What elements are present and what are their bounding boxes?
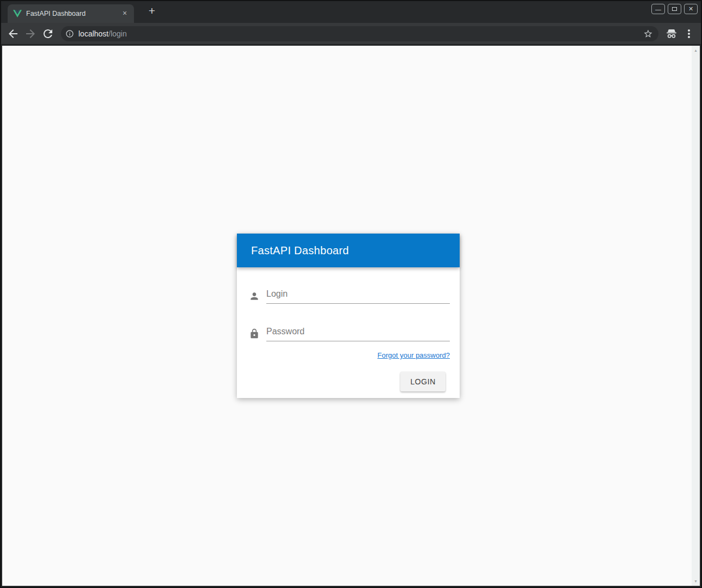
person-icon xyxy=(249,291,260,302)
back-arrow-icon[interactable] xyxy=(7,27,20,40)
maximize-button[interactable] xyxy=(668,4,681,14)
scroll-up-icon[interactable]: ▲ xyxy=(694,48,698,52)
window-controls: — ✕ xyxy=(651,4,698,14)
forgot-password-link[interactable]: Forgot your password? xyxy=(377,351,450,359)
minimize-button[interactable]: — xyxy=(651,4,665,14)
login-card-header: FastAPI Dashboard xyxy=(237,234,460,267)
login-input[interactable] xyxy=(266,286,450,304)
page-scrollbar[interactable]: ▲ ▼ xyxy=(692,46,700,586)
incognito-icon xyxy=(665,27,678,40)
kebab-menu-icon[interactable] xyxy=(682,27,695,40)
password-input[interactable] xyxy=(266,323,450,341)
browser-toolbar: localhost/login xyxy=(1,23,701,45)
tab-title: FastAPI Dashboard xyxy=(26,10,115,17)
card-actions: LOGIN xyxy=(249,372,450,391)
forgot-password-row: Forgot your password? xyxy=(249,350,450,360)
browser-tab[interactable]: FastAPI Dashboard × xyxy=(8,4,134,23)
address-bar[interactable]: localhost/login xyxy=(61,26,658,41)
maximize-icon xyxy=(672,7,677,11)
login-button[interactable]: LOGIN xyxy=(400,372,445,391)
browser-window: FastAPI Dashboard × + — ✕ localhost/logi… xyxy=(0,0,702,588)
url-text: localhost/login xyxy=(78,29,127,38)
login-card: FastAPI Dashboard Forgot your password? xyxy=(237,234,460,398)
login-card-title: FastAPI Dashboard xyxy=(251,244,349,257)
vue-logo-icon xyxy=(13,9,22,18)
tab-close-icon[interactable]: × xyxy=(120,9,130,19)
url-path: /login xyxy=(108,29,126,38)
close-button[interactable]: ✕ xyxy=(684,4,698,14)
site-info-icon[interactable] xyxy=(65,29,74,38)
scroll-down-icon[interactable]: ▼ xyxy=(694,579,698,583)
page-content: FastAPI Dashboard Forgot your password? xyxy=(2,46,700,586)
new-tab-button[interactable]: + xyxy=(145,4,159,19)
password-field-row xyxy=(249,323,450,341)
reload-icon[interactable] xyxy=(41,27,54,40)
login-card-body: Forgot your password? LOGIN xyxy=(237,267,460,398)
tab-strip: FastAPI Dashboard × + — ✕ xyxy=(1,1,701,23)
lock-icon xyxy=(249,328,260,339)
login-field-row xyxy=(249,286,450,304)
bookmark-star-icon[interactable] xyxy=(643,29,653,39)
forward-arrow-icon[interactable] xyxy=(24,27,37,40)
url-host: localhost xyxy=(78,29,108,38)
